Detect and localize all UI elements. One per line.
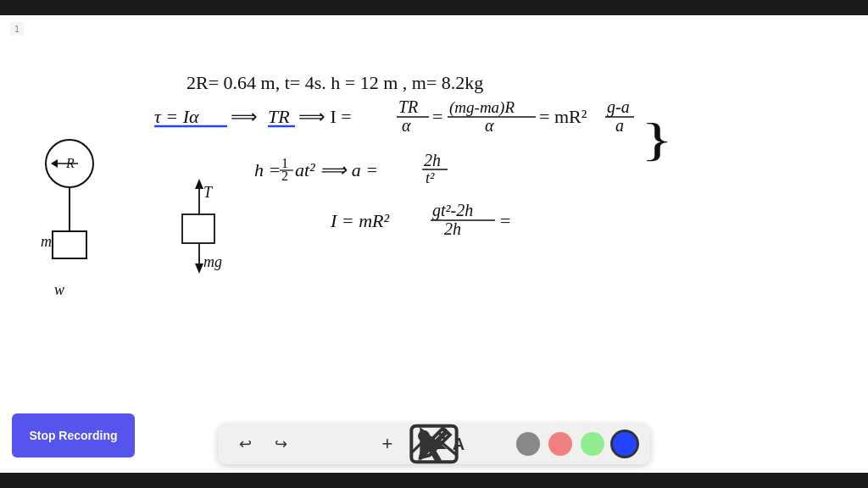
eq-2h-den: 2h (444, 219, 461, 238)
image-button[interactable] (481, 430, 508, 458)
bottom-bar (0, 473, 868, 488)
mg-arrow-head (195, 263, 203, 274)
curly-brace: } (641, 113, 673, 165)
screen: 1 2R= 0.64 m, t= 4s. h = 12 m , m= 8.2kg… (0, 0, 868, 488)
m-label: m (41, 233, 52, 250)
eq-line1: 2R= 0.64 m, t= 4s. h = 12 m , m= 8.2kg (186, 72, 483, 93)
eq-arrow2: ⟹ I = (298, 106, 352, 127)
main-area: 1 2R= 0.64 m, t= 4s. h = 12 m , m= 8.2kg… (0, 15, 868, 473)
eq-ga-num: g-a (607, 97, 630, 117)
wheel-arrow-head (51, 159, 58, 168)
T-arrow-head (195, 179, 203, 189)
mg-label: mg (203, 253, 222, 270)
eq-line2a: τ = Iα (154, 106, 199, 127)
eq-arrow: ⟹ (231, 106, 258, 127)
T-label: T (203, 184, 214, 201)
stop-recording-button[interactable]: Stop Recording (12, 413, 135, 458)
eq-at2: at² ⟹ a = (295, 159, 378, 180)
eq-a-den: a (615, 116, 624, 135)
eq-mgma-num: (mg-ma)R (449, 98, 515, 117)
v-label: w (54, 281, 64, 298)
svg-rect-2 (411, 426, 456, 463)
whiteboard-svg: 2R= 0.64 m, t= 4s. h = 12 m , m= 8.2kg τ… (0, 15, 868, 473)
whiteboard: 1 2R= 0.64 m, t= 4s. h = 12 m , m= 8.2kg… (0, 15, 868, 473)
eq-alpha1: α (402, 116, 411, 135)
toolbar: ↩ ↪ + (218, 424, 650, 464)
eq-line3a: h = (254, 159, 281, 180)
eq-t2-den: t² (426, 169, 435, 186)
top-bar (0, 0, 868, 15)
eq-line4a: I = mR² (330, 210, 389, 231)
fbd-box (182, 214, 214, 243)
eq-eq2: = mR² (539, 106, 587, 127)
eq-alpha2: α (485, 116, 494, 135)
image-icon (218, 424, 650, 464)
mass-box (53, 231, 86, 258)
eq-two: 2 (281, 169, 288, 183)
eq-TR-num: TR (398, 97, 418, 116)
eq-eq1: = (432, 106, 442, 127)
eq-2h-num: 2h (424, 151, 441, 169)
eq-TR: TR (268, 106, 290, 127)
eq-equals-end: = (500, 210, 510, 231)
eq-gt2-num: gt²-2h (432, 201, 473, 220)
